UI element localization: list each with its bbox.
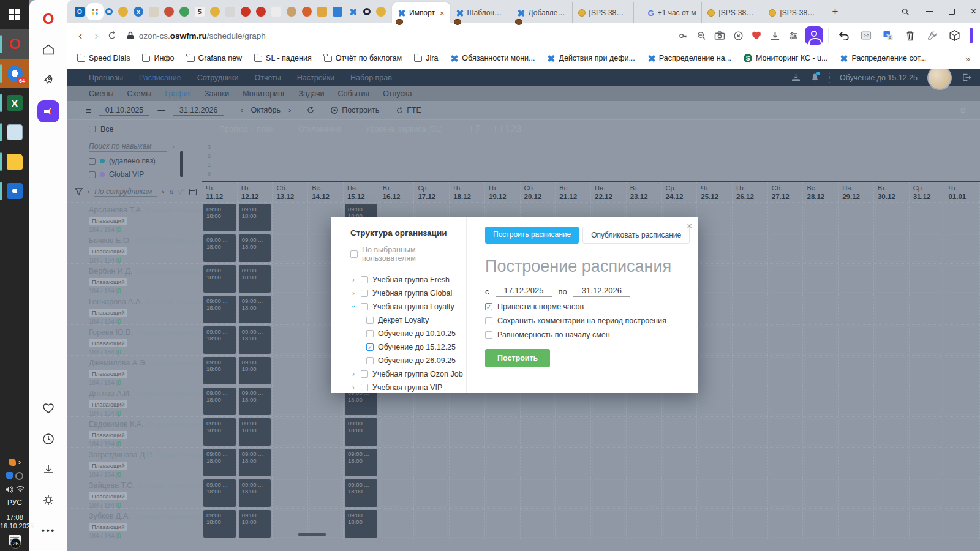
grid-cell[interactable] [379,417,415,447]
grid-cell[interactable] [733,386,768,416]
skill-item[interactable]: Global VIP [89,170,202,179]
main-nav-item[interactable]: Отчеты [255,73,281,82]
bookmark-item[interactable]: Действия при дефи... [547,54,635,62]
tray-shield-icon[interactable] [6,472,13,479]
date-column-header[interactable]: Ср.17.12 [414,182,450,202]
skill-checkbox[interactable] [89,158,96,165]
grid-cell[interactable] [414,448,450,478]
grid-cell[interactable] [910,386,945,416]
sub-nav-item[interactable]: Отпуска [383,89,412,98]
pill-favicon[interactable] [164,7,174,17]
megaphone-icon[interactable] [37,100,59,122]
employee-row[interactable]: Зайцева Т.С.Старший специалист по прет..… [67,478,202,508]
grid-cell[interactable] [697,509,733,539]
sigma-toggle[interactable]: Σ [465,124,481,135]
browser-tab[interactable]: Добавление [511,2,573,23]
grid-cell[interactable]: 09:00 ...18:00 [202,386,238,416]
language-indicator[interactable]: РУС [0,496,29,509]
red-dot-favicon[interactable] [241,7,251,17]
grid-cell[interactable] [485,417,521,447]
triangle-favicon[interactable] [302,7,312,17]
trash-extension-icon[interactable] [903,29,917,42]
grid-cell[interactable] [803,356,839,386]
bus-favicon[interactable] [317,7,327,17]
tree-node[interactable]: Декрет Loyalty [350,313,466,327]
employee-row[interactable]: Арсланова Т.А.Старший специалист по п...… [67,202,202,233]
translate-extension-icon[interactable]: аA [881,29,895,42]
skills-search-arrow[interactable]: › [172,143,175,150]
grid-cell[interactable] [662,478,698,508]
grid-cell[interactable]: 09:00 ...18:00 [202,203,238,233]
calendar-icon[interactable] [189,189,197,195]
home-icon[interactable] [38,39,59,60]
grid-cell[interactable] [308,478,344,508]
shift-cell[interactable]: 09:00 ...18:00 [239,418,271,446]
tree-node[interactable]: Обучение до 26.09.25 [350,354,466,367]
bookmark-item[interactable]: Инфо [142,54,174,62]
grid-cell[interactable] [803,448,839,478]
download-page-icon[interactable] [768,29,782,42]
employee-row[interactable]: Евдокимов К.А.Старший специалист по п...… [67,416,202,447]
month-next-icon[interactable]: › [288,106,291,114]
grid-cell[interactable] [910,325,945,355]
grid-cell[interactable] [697,264,733,294]
tree-checkbox[interactable]: ✓ [366,343,374,351]
chevron-expanded-icon[interactable]: › [349,304,358,310]
grid-cell[interactable] [768,417,804,447]
blue-ring-favicon[interactable] [105,8,113,15]
sidebar-toggle-pill[interactable] [970,28,973,43]
grid-cell[interactable] [591,448,627,478]
browser-tab[interactable]: [SPS-38909] [702,2,763,23]
shift-cell[interactable]: 09:00 ...18:00 [345,449,377,476]
grid-cell[interactable]: 09:00 ...18:00 [344,509,379,539]
bookmark-item[interactable]: SМониторинг КС - u... [744,54,827,62]
heart-sidebar-icon[interactable] [38,398,59,419]
tree-node[interactable]: ›Учебная группа Global [350,287,466,300]
chevron-collapsed-icon[interactable]: › [350,289,356,298]
grid-cell[interactable] [803,233,839,263]
bookmark-item[interactable]: Распределение на... [647,54,731,62]
sub-nav-item[interactable]: Задачи [299,89,325,98]
grid-cell[interactable]: 09:00 ...18:00 [202,509,238,539]
tree-checkbox[interactable] [366,317,374,324]
grid-cell[interactable] [839,478,874,508]
export-icon[interactable] [791,73,801,82]
more-options-icon[interactable]: ••• [38,520,59,541]
history-icon[interactable] [38,429,59,449]
grid-cell[interactable] [273,417,308,447]
grid-cell[interactable] [662,509,698,539]
grid-cell[interactable] [733,233,768,263]
grid-cell[interactable] [450,448,485,478]
outlook-favicon[interactable]: O [75,7,85,17]
month-label[interactable]: Октябрь [251,106,281,114]
grid-cell[interactable] [874,264,910,294]
date-column-header[interactable]: Вс.14.12 [308,182,344,202]
month-prev-icon[interactable]: ‹ [240,106,243,114]
date-column-header[interactable]: Ср.31.12 [910,182,945,202]
grid-cell[interactable] [944,294,980,324]
main-nav-item[interactable]: Настройки [297,73,334,82]
grid-cell[interactable] [910,356,945,386]
grid-cell[interactable] [662,417,698,447]
grid-cell[interactable]: 09:00 ...18:00 [238,478,273,508]
grid-cell[interactable] [803,478,839,508]
bookmark-item[interactable]: SL - падения [254,54,312,62]
main-nav-item[interactable]: Расписание [139,73,181,82]
skill-checkbox[interactable] [89,171,96,178]
vault-extension-icon[interactable] [859,29,873,42]
grid-cell[interactable] [839,509,874,539]
taskbar-notepad[interactable] [0,118,29,147]
duck-favicon[interactable] [118,7,128,17]
grid-cell[interactable] [874,325,910,355]
by-selected-users-checkbox[interactable] [350,250,358,258]
grid-cell[interactable] [627,448,662,478]
date-column-header[interactable]: Пн.22.12(52) [591,182,627,202]
build-schedule-tab-button[interactable]: Построить расписание [485,227,579,244]
grid-cell[interactable] [910,509,945,539]
grid-cell[interactable] [308,417,344,447]
shift-cell[interactable]: 09:00 ...18:00 [203,510,236,538]
volume-icon[interactable] [6,486,13,493]
tab-close-icon[interactable]: × [440,9,445,18]
grid-cell[interactable]: 09:00 ...18:00 [238,325,273,355]
dark-ring-favicon[interactable] [363,8,371,15]
